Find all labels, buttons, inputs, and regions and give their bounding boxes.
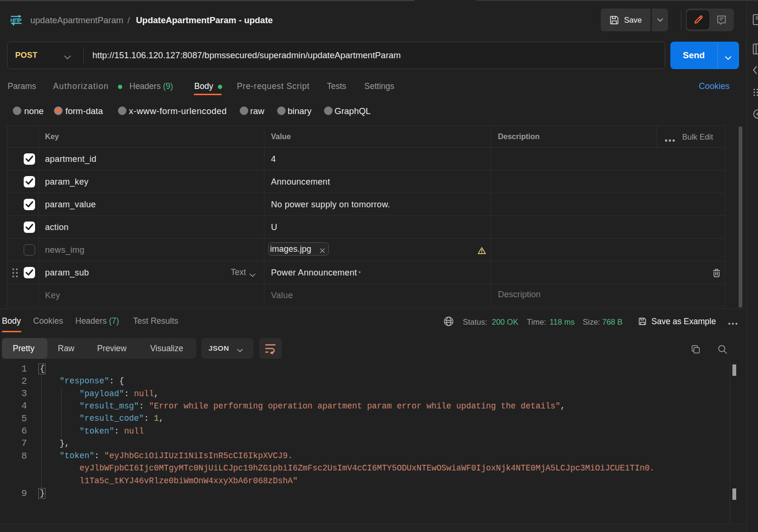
svg-text:HTTP: HTTP bbox=[10, 18, 22, 23]
